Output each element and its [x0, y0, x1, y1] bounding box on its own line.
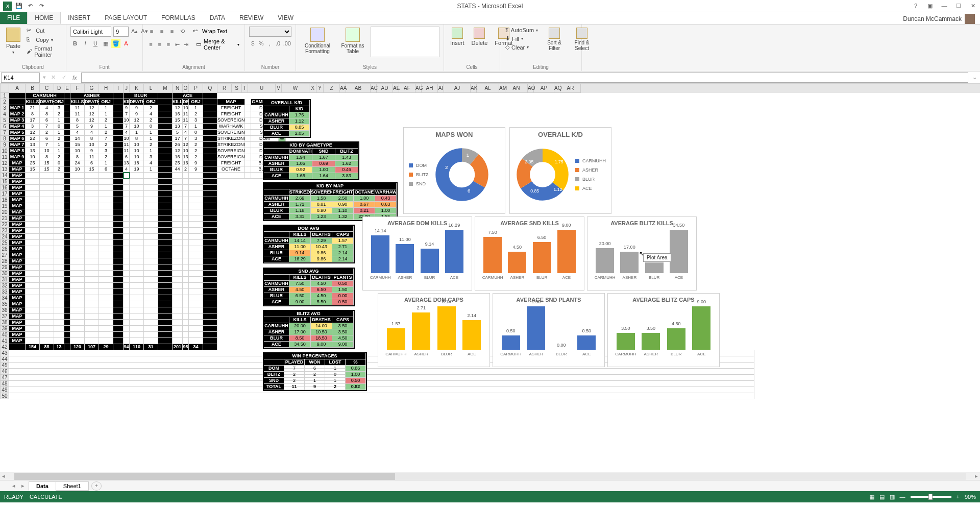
format-painter-button[interactable]: 🖌Format Painter: [26, 45, 62, 58]
maximize-icon[interactable]: ☐: [953, 3, 964, 9]
clear-button[interactable]: ◇Clear▾: [504, 43, 539, 51]
nav-prev-icon[interactable]: ▸: [17, 482, 29, 489]
chart-average-dom-kills[interactable]: AVERAGE DOM KILLS14.14CARMUHH11.00ASHER9…: [362, 216, 472, 291]
svg-text:2: 2: [445, 164, 448, 170]
save-icon[interactable]: 💾: [14, 2, 23, 11]
column-headers[interactable]: ABCDEFGHIJKLMNOPQRSTUVWXYZAAABACADAEAFAG…: [0, 84, 980, 93]
merge-button[interactable]: ▭Merge & Center▾: [195, 38, 240, 51]
minimize-icon[interactable]: —: [939, 3, 949, 9]
copy-button[interactable]: ⎘Copy▾: [26, 36, 62, 44]
sheet-tabs: ◂ ▸ Data Sheet1 +: [0, 480, 980, 491]
orientation-icon[interactable]: ⟲: [178, 27, 187, 36]
close-icon[interactable]: ✕: [968, 3, 978, 9]
zoom-level[interactable]: 90%: [965, 494, 976, 500]
view-break-icon[interactable]: ▥: [890, 494, 895, 500]
border-button[interactable]: ▦: [101, 39, 110, 48]
underline-button[interactable]: U: [91, 39, 100, 48]
italic-button[interactable]: I: [81, 39, 90, 48]
tab-formulas[interactable]: FORMULAS: [154, 12, 203, 24]
comma-icon[interactable]: ,: [266, 39, 273, 48]
user-area[interactable]: Duncan McCammack: [903, 14, 980, 24]
tab-view[interactable]: VIEW: [271, 12, 301, 24]
view-layout-icon[interactable]: ▤: [879, 494, 885, 500]
scroll-thumb[interactable]: [14, 473, 395, 480]
fill-color-button[interactable]: 🪣: [111, 39, 120, 48]
increase-font-icon[interactable]: A▴: [131, 27, 138, 36]
horizontal-scrollbar[interactable]: ◂ ▸: [0, 472, 980, 480]
tab-file[interactable]: FILE: [0, 12, 27, 24]
scroll-right-icon[interactable]: ▸: [973, 473, 980, 479]
wrap-text-button[interactable]: ↩Wrap Text: [192, 27, 228, 35]
paste-button[interactable]: Paste▾: [4, 27, 22, 63]
align-bot-icon[interactable]: ≡: [167, 27, 177, 36]
font-color-button[interactable]: A: [121, 39, 131, 48]
chart-overall-kd[interactable]: OVERALL K/D 2.05 1.75 1.12 0.85 CARMUHH …: [509, 127, 611, 214]
indent-dec-icon[interactable]: ⇤: [173, 40, 181, 49]
sort-icon: [549, 28, 560, 39]
formula-input[interactable]: [81, 73, 968, 83]
add-sheet-button[interactable]: +: [91, 481, 102, 491]
sheet-tab-data[interactable]: Data: [29, 481, 56, 491]
inc-decimal-icon[interactable]: .0: [274, 39, 281, 48]
sort-filter-button[interactable]: Sort & Filter: [542, 27, 567, 63]
chart-average-dom-caps[interactable]: AVERAGE DOM CAPS1.57CARMUHH2.71ASHER3.14…: [378, 293, 490, 367]
scroll-left-icon[interactable]: ◂: [0, 473, 7, 479]
namebox-dropdown-icon[interactable]: ▾: [41, 74, 48, 81]
format-table-button[interactable]: Format as Table: [338, 27, 368, 63]
status-ready: READY: [4, 494, 23, 500]
cut-button[interactable]: ✂Cut: [26, 27, 62, 35]
cursor-icon: ↖: [639, 250, 644, 257]
expand-formula-icon[interactable]: ⌄: [969, 74, 980, 81]
name-box[interactable]: [1, 73, 40, 83]
brush-icon: 🖌: [27, 48, 32, 55]
tab-review[interactable]: REVIEW: [232, 12, 271, 24]
autosum-button[interactable]: ΣAutoSum▾: [504, 27, 539, 34]
fill-button[interactable]: ⬇Fill▾: [504, 35, 539, 42]
sheet-tab-sheet1[interactable]: Sheet1: [56, 481, 89, 491]
chart-average-snd-kills[interactable]: AVERAGE SND KILLS7.50CARMUHH4.50ASHER6.5…: [475, 216, 584, 291]
view-normal-icon[interactable]: ▦: [869, 494, 874, 500]
font-family-select[interactable]: [70, 27, 111, 37]
fx-icon[interactable]: fx: [69, 75, 80, 81]
cond-format-button[interactable]: Conditional Formatting: [300, 27, 335, 63]
chart-maps-won[interactable]: MAPS WON DOM BLITZ SND 1 2 6: [403, 127, 505, 214]
font-size-select[interactable]: [113, 27, 129, 37]
tab-insert[interactable]: INSERT: [61, 12, 97, 24]
number-format-select[interactable]: [249, 27, 291, 37]
find-select-button[interactable]: Find & Select: [570, 27, 594, 63]
dec-decimal-icon[interactable]: .00: [283, 39, 291, 48]
undo-icon[interactable]: ↶: [26, 2, 35, 11]
cell-styles-gallery[interactable]: [371, 27, 439, 57]
zoom-in-icon[interactable]: +: [957, 494, 960, 500]
alignment-label: Alignment: [147, 63, 240, 70]
redo-icon[interactable]: ↷: [37, 2, 46, 11]
help-icon[interactable]: ?: [911, 3, 921, 9]
styles-label: Styles: [300, 63, 439, 70]
zoom-slider[interactable]: [911, 496, 951, 498]
zoom-out-icon[interactable]: —: [900, 494, 905, 500]
currency-icon[interactable]: $: [249, 39, 256, 48]
insert-cells-button[interactable]: Insert: [448, 27, 467, 63]
align-mid-icon[interactable]: ≡: [157, 27, 166, 36]
ribbon: Paste▾ ✂Cut ⎘Copy▾ 🖌Format Painter Clipb…: [0, 25, 980, 71]
worksheet-area[interactable]: ABCDEFGHIJKLMNOPQRSTUVWXYZAAABACADAEAFAG…: [0, 84, 980, 472]
chart-average-blitz-caps[interactable]: AVERAGE BLITZ CAPS3.50CARMUHH3.50ASHER4.…: [607, 293, 720, 367]
align-right-icon[interactable]: ≡: [164, 40, 172, 49]
tab-data[interactable]: DATA: [203, 12, 232, 24]
bold-button[interactable]: B: [70, 39, 80, 48]
ribbon-options-icon[interactable]: ▣: [925, 3, 935, 9]
indent-inc-icon[interactable]: ⇥: [182, 40, 190, 49]
align-center-icon[interactable]: ≡: [156, 40, 163, 49]
fill-down-icon: ⬇: [505, 35, 510, 42]
align-left-icon[interactable]: ≡: [147, 40, 155, 49]
nav-first-icon[interactable]: ◂: [10, 482, 17, 489]
percent-icon[interactable]: %: [257, 39, 264, 48]
tab-home[interactable]: HOME: [27, 12, 61, 24]
insert-icon: [452, 28, 463, 39]
tab-page-layout[interactable]: PAGE LAYOUT: [97, 12, 154, 24]
delete-cells-button[interactable]: Delete: [470, 27, 490, 63]
align-top-icon[interactable]: ≡: [147, 27, 156, 36]
enter-icon[interactable]: ✓: [59, 74, 69, 81]
chart-average-snd-plants[interactable]: AVERAGE SND PLANTS0.50CARMUHH1.50ASHER0.…: [493, 293, 605, 367]
cancel-icon[interactable]: ✕: [48, 74, 59, 81]
